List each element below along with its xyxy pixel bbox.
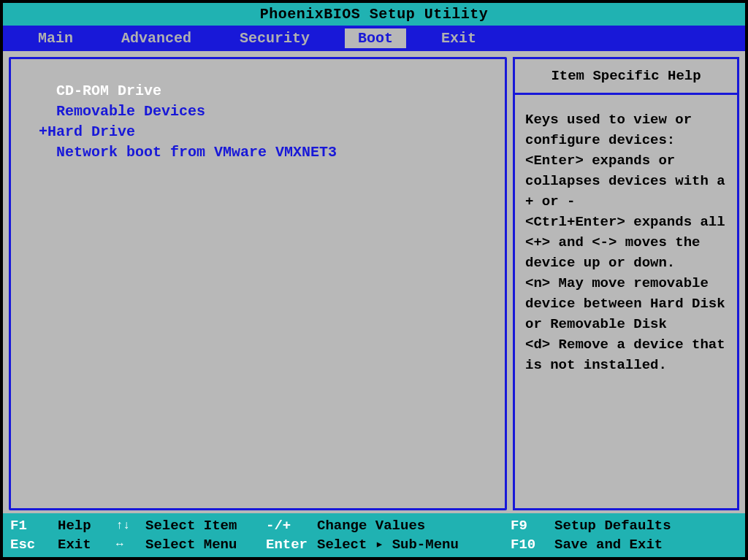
bios-window: PhoenixBIOS Setup Utility MainAdvancedSe… [3, 3, 745, 557]
key-f10: F10 [511, 535, 554, 554]
tab-advanced[interactable]: Advanced [108, 28, 205, 48]
boot-list[interactable]: CD-ROM Drive Removable DevicesHard Drive… [47, 81, 468, 163]
label-exit: Exit [58, 535, 116, 554]
content-area: CD-ROM Drive Removable DevicesHard Drive… [3, 51, 745, 513]
boot-order-panel: CD-ROM Drive Removable DevicesHard Drive… [9, 57, 507, 510]
key-esc: Esc [10, 535, 58, 554]
key-leftright-icon: ↔ [116, 535, 145, 554]
boot-item[interactable]: Hard Drive [47, 122, 468, 142]
menu-bar: MainAdvancedSecurityBootExit [3, 26, 745, 51]
footer-bar: F1 Help ↑↓ Select Item -/+ Change Values… [3, 513, 745, 557]
key-f9: F9 [511, 516, 554, 535]
key-plusminus: -/+ [266, 516, 317, 535]
key-enter: Enter [266, 535, 317, 554]
key-updown-icon: ↑↓ [116, 516, 145, 535]
help-panel: Item Specific Help Keys used to view or … [513, 57, 739, 510]
help-header: Item Specific Help [513, 57, 739, 93]
label-select-item: Select Item [145, 516, 266, 535]
tab-exit[interactable]: Exit [428, 28, 489, 48]
tab-boot[interactable]: Boot [345, 28, 406, 48]
label-change-values: Change Values [317, 516, 511, 535]
label-help: Help [58, 516, 116, 535]
tab-main[interactable]: Main [25, 28, 86, 48]
app-title: PhoenixBIOS Setup Utility [260, 6, 489, 23]
label-select-menu: Select Menu [145, 535, 266, 554]
key-f1: F1 [10, 516, 58, 535]
help-body: Keys used to view or configure devices: … [513, 93, 739, 510]
label-save-exit: Save and Exit [554, 535, 738, 554]
tab-security[interactable]: Security [226, 28, 323, 48]
boot-item[interactable]: CD-ROM Drive [47, 81, 468, 101]
boot-item[interactable]: Network boot from VMware VMXNET3 [47, 142, 468, 163]
title-bar: PhoenixBIOS Setup Utility [3, 3, 745, 26]
label-select-submenu: Select ▸ Sub-Menu [317, 535, 511, 554]
boot-item[interactable]: Removable Devices [47, 101, 468, 122]
label-setup-defaults: Setup Defaults [554, 516, 738, 535]
help-header-text: Item Specific Help [551, 68, 701, 84]
